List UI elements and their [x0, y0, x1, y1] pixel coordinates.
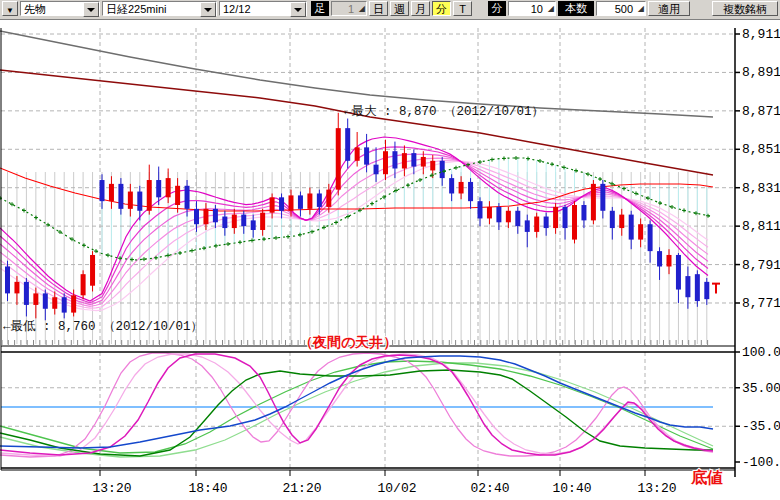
ashi-label: 足 [311, 1, 329, 16]
svg-text:35.00: 35.00 [742, 381, 780, 396]
svg-text:8,791: 8,791 [742, 258, 780, 273]
trading-chart-window: 8,9118,8918,8718,8518,8318,8118,7918,771… [0, 0, 780, 500]
svg-text:18:40: 18:40 [188, 481, 227, 496]
symbol-select[interactable]: 日経225mini [102, 1, 217, 16]
chevron-down-icon[interactable] [200, 2, 216, 17]
svg-text:10:40: 10:40 [552, 481, 591, 496]
svg-text:-35.00: -35.00 [742, 419, 780, 434]
ashi-count-value: 1 [348, 3, 354, 15]
symbol-value: 日経225mini [106, 3, 167, 16]
svg-text:8,831: 8,831 [742, 181, 780, 196]
svg-text:8,851: 8,851 [742, 142, 780, 157]
stepper-icon[interactable]: ◢ [638, 4, 644, 13]
contract-value: 12/12 [223, 3, 251, 16]
period-day-button[interactable]: 日 [369, 1, 388, 16]
svg-text:8,911: 8,911 [742, 27, 780, 42]
contract-month-select[interactable]: 12/12 [219, 1, 307, 16]
svg-text:8,771: 8,771 [742, 296, 780, 311]
svg-text:←最大 : 8,870 （2012/10/01）: ←最大 : 8,870 （2012/10/01） [344, 104, 544, 119]
svg-text:8,891: 8,891 [742, 65, 780, 80]
pink-ma-fan [0, 137, 708, 311]
stepper-icon[interactable]: ◢ [359, 4, 365, 13]
chevron-down-icon: ▼ [6, 6, 14, 15]
time-axis-labels: 13:2018:4021:2010/0202:4010:4013:20 [92, 470, 676, 496]
svg-text:13:20: 13:20 [637, 481, 676, 496]
svg-text:←最低 : 8,760 （2012/10/01）: ←最低 : 8,760 （2012/10/01） [3, 319, 203, 334]
svg-text:21:20: 21:20 [282, 481, 321, 496]
chart-canvas[interactable]: 8,9118,8918,8718,8518,8318,8118,7918,771… [0, 0, 780, 500]
period-week-button[interactable]: 週 [390, 1, 409, 16]
chevron-down-icon[interactable] [83, 2, 99, 17]
toolbar: ▼ 先物 日経225mini 12/12 足 1 ◢ 日 週 月 分 T 分 1… [0, 0, 780, 20]
bars-stepper[interactable]: 500 ◢ [596, 1, 646, 16]
apply-button[interactable]: 適用 [648, 1, 690, 16]
svg-text:（夜間の天井）: （夜間の天井） [299, 334, 397, 351]
toolbar-menu-button[interactable]: ▼ [2, 1, 18, 16]
svg-text:10/02: 10/02 [377, 481, 416, 496]
stepper-icon[interactable]: ◢ [548, 4, 554, 13]
svg-text:-100.00: -100.00 [742, 455, 780, 470]
chevron-down-icon[interactable] [290, 2, 306, 17]
svg-text:100.00: 100.00 [742, 345, 780, 360]
svg-text:13:20: 13:20 [92, 481, 131, 496]
period-tick-button[interactable]: T [453, 1, 472, 16]
ashi-count-stepper[interactable]: 1 ◢ [331, 1, 367, 16]
minute-value: 10 [531, 3, 543, 15]
period-minute-button[interactable]: 分 [432, 1, 451, 16]
category-select[interactable]: 先物 [20, 1, 100, 16]
price-axis-labels: 8,9118,8918,8718,8518,8318,8118,7918,771… [735, 27, 780, 470]
period-month-button[interactable]: 月 [411, 1, 430, 16]
minute-stepper[interactable]: 10 ◢ [508, 1, 556, 16]
svg-text:8,811: 8,811 [742, 219, 780, 234]
last-price-marker [712, 284, 720, 294]
multi-symbol-button[interactable]: 複数銘柄 [712, 1, 778, 16]
svg-text:02:40: 02:40 [470, 481, 509, 496]
oscillator-lines [0, 353, 713, 457]
category-value: 先物 [24, 3, 46, 16]
svg-text:底値: 底値 [690, 468, 723, 488]
bars-value: 500 [615, 3, 633, 15]
svg-text:8,871: 8,871 [742, 104, 780, 119]
bars-label: 本数 [558, 1, 594, 16]
minute-label: 分 [488, 1, 506, 16]
